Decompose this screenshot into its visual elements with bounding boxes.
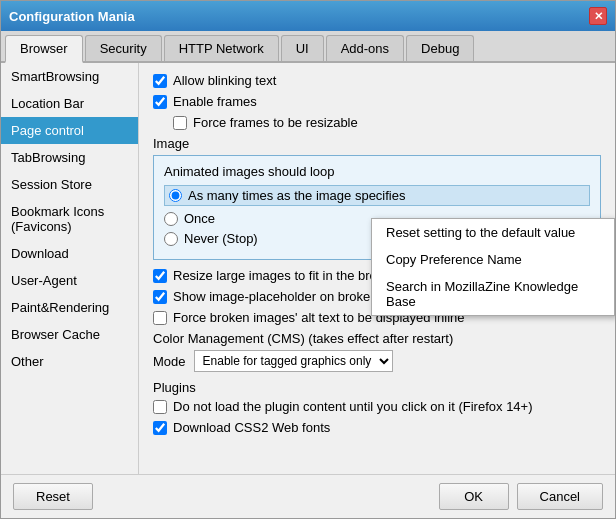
radio-once[interactable]	[164, 212, 178, 226]
plugins-checkbox-row: Do not load the plugin content until you…	[153, 399, 601, 414]
radio-never-label: Never (Stop)	[184, 231, 258, 246]
sidebar-item-page-control[interactable]: Page control	[1, 117, 138, 144]
color-mgmt-label: Color Management (CMS) (takes effect aft…	[153, 331, 601, 346]
allow-blinking-checkbox[interactable]	[153, 74, 167, 88]
reset-button[interactable]: Reset	[13, 483, 93, 510]
sidebar-item-location-bar[interactable]: Location Bar	[1, 90, 138, 117]
download-css-label: Download CSS2 Web fonts	[173, 420, 330, 435]
enable-frames-row: Enable frames	[153, 94, 601, 109]
sidebar-item-smartbrowsing[interactable]: SmartBrowsing	[1, 63, 138, 90]
bottom-bar: Reset OK Cancel	[1, 474, 615, 518]
title-bar: Configuration Mania ✕	[1, 1, 615, 31]
plugins-label: Plugins	[153, 380, 601, 395]
plugins-checkbox[interactable]	[153, 400, 167, 414]
resize-large-checkbox[interactable]	[153, 269, 167, 283]
sidebar-item-paint-rendering[interactable]: Paint&Rendering	[1, 294, 138, 321]
force-frames-label: Force frames to be resizable	[193, 115, 358, 130]
sidebar-item-tabbrowsing[interactable]: TabBrowsing	[1, 144, 138, 171]
download-css-checkbox[interactable]	[153, 421, 167, 435]
tab-security[interactable]: Security	[85, 35, 162, 61]
cancel-button[interactable]: Cancel	[517, 483, 603, 510]
close-button[interactable]: ✕	[589, 7, 607, 25]
sidebar-item-session-store[interactable]: Session Store	[1, 171, 138, 198]
main-content: SmartBrowsing Location Bar Page control …	[1, 63, 615, 474]
radio-as-many-label: As many times as the image specifies	[188, 188, 405, 203]
force-broken-checkbox[interactable]	[153, 311, 167, 325]
allow-blinking-label: Allow blinking text	[173, 73, 276, 88]
download-css-row: Download CSS2 Web fonts	[153, 420, 601, 435]
plugins-checkbox-label: Do not load the plugin content until you…	[173, 399, 533, 414]
tab-ui[interactable]: UI	[281, 35, 324, 61]
title-bar-buttons: ✕	[589, 7, 607, 25]
show-placeholder-checkbox[interactable]	[153, 290, 167, 304]
sidebar-item-bookmark-icons[interactable]: Bookmark Icons (Favicons)	[1, 198, 138, 240]
force-frames-row: Force frames to be resizable	[173, 115, 601, 130]
tab-http-network[interactable]: HTTP Network	[164, 35, 279, 61]
enable-frames-checkbox[interactable]	[153, 95, 167, 109]
sidebar-item-browser-cache[interactable]: Browser Cache	[1, 321, 138, 348]
tab-bar: Browser Security HTTP Network UI Add-ons…	[1, 31, 615, 63]
tab-add-ons[interactable]: Add-ons	[326, 35, 404, 61]
color-mode-select[interactable]: Enable for tagged graphics only Disable …	[194, 350, 393, 372]
radio-as-many[interactable]	[169, 189, 182, 202]
sidebar: SmartBrowsing Location Bar Page control …	[1, 63, 139, 474]
sidebar-item-download[interactable]: Download	[1, 240, 138, 267]
sidebar-item-other[interactable]: Other	[1, 348, 138, 375]
context-menu: Reset setting to the default value Copy …	[371, 218, 615, 316]
context-menu-item-copy[interactable]: Copy Preference Name	[372, 246, 614, 273]
mode-row: Mode Enable for tagged graphics only Dis…	[153, 350, 601, 372]
sidebar-item-user-agent[interactable]: User-Agent	[1, 267, 138, 294]
ok-button[interactable]: OK	[439, 483, 509, 510]
force-frames-checkbox[interactable]	[173, 116, 187, 130]
tab-browser[interactable]: Browser	[5, 35, 83, 63]
animated-label: Animated images should loop	[164, 164, 590, 179]
radio-never[interactable]	[164, 232, 178, 246]
mode-label: Mode	[153, 354, 186, 369]
context-menu-item-reset[interactable]: Reset setting to the default value	[372, 219, 614, 246]
tab-debug[interactable]: Debug	[406, 35, 474, 61]
ok-cancel-group: OK Cancel	[439, 483, 603, 510]
image-section-label: Image	[153, 136, 601, 151]
radio-as-many-row: As many times as the image specifies	[164, 185, 590, 206]
context-menu-item-search[interactable]: Search in MozillaZine Knowledge Base	[372, 273, 614, 315]
radio-once-label: Once	[184, 211, 215, 226]
allow-blinking-row: Allow blinking text	[153, 73, 601, 88]
enable-frames-label: Enable frames	[173, 94, 257, 109]
content-area: Allow blinking text Enable frames Force …	[139, 63, 615, 474]
main-window: Configuration Mania ✕ Browser Security H…	[0, 0, 616, 519]
window-title: Configuration Mania	[9, 9, 135, 24]
